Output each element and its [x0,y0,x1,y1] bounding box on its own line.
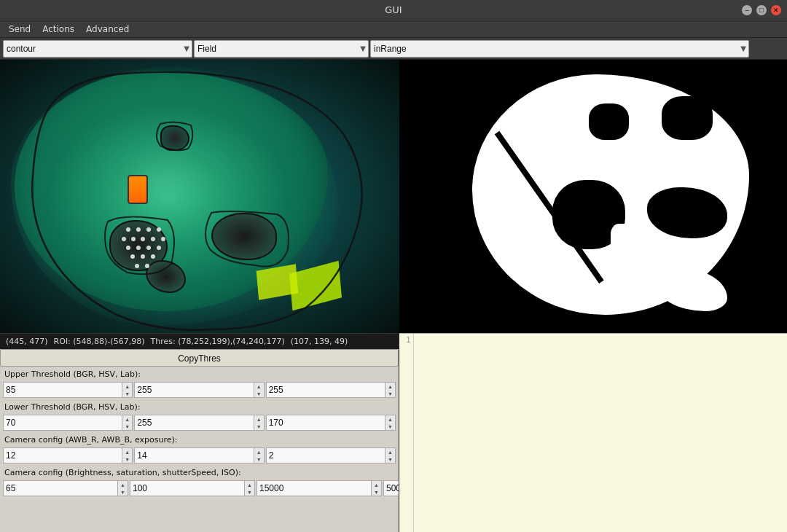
roi-info: ROI: (548,88)-(567,98) [54,337,145,346]
cam-val3-down[interactable]: ▼ [385,455,395,463]
menu-advanced[interactable]: Advanced [80,23,135,36]
binary-tail-2 [654,267,727,311]
bright-val2-up[interactable]: ▲ [245,481,254,488]
upper-val1-down[interactable]: ▼ [122,390,132,397]
image-status-bar: (445, 477) ROI: (548,88)-(567,98) Thres:… [0,333,399,349]
bright-val1-up[interactable]: ▲ [118,481,128,488]
lower-val3-up[interactable]: ▲ [385,415,395,423]
pixel-value: (107, 139, 49) [291,337,348,346]
minimize-button[interactable]: – [742,5,752,15]
bright-val2-spinbox[interactable]: ▲ ▼ [130,480,255,496]
upper-val1-up[interactable]: ▲ [122,383,132,390]
lower-val3-input[interactable] [267,415,385,430]
upper-val1-input[interactable] [4,383,122,397]
camera-image[interactable] [0,60,399,333]
upper-val1-spinbox[interactable]: ▲ ▼ [3,382,133,398]
upper-val3-arrows: ▲ ▼ [385,383,395,397]
binary-image [399,60,787,333]
bright-val3-arrows: ▲ ▼ [371,481,381,496]
lower-val1-up[interactable]: ▲ [122,415,132,423]
right-panel: 1 [399,60,787,532]
lower-val2-arrows: ▲ ▼ [254,415,264,430]
bright-val3-up[interactable]: ▲ [372,481,381,488]
lower-val1-down[interactable]: ▼ [122,423,132,430]
cam-val1-arrows: ▲ ▼ [122,448,132,463]
log-line-content [414,334,787,532]
cam-val1-down[interactable]: ▼ [122,455,132,463]
copy-thres-button[interactable]: CopyThres [0,349,399,367]
lower-val2-input[interactable] [135,415,253,430]
bright-val2-input[interactable] [130,481,244,496]
view-select-wrapper: Field Camera Debug ▼ [194,40,369,58]
cam-val1-input[interactable] [4,448,122,463]
upper-threshold-label: Upper Threshold (BGR, HSV, Lab): [0,367,399,380]
bright-val4-input[interactable] [384,481,399,496]
bright-val1-down[interactable]: ▼ [118,488,128,496]
cam-val2-arrows: ▲ ▼ [254,448,264,463]
lower-val3-down[interactable]: ▼ [385,423,395,430]
cam-val3-spinbox[interactable]: ▲ ▼ [266,447,396,463]
upper-val2-down[interactable]: ▼ [254,390,264,397]
bright-val3-spinbox[interactable]: ▲ ▼ [257,480,382,496]
menu-send[interactable]: Send [3,23,36,36]
camera-bright-row: ▲ ▼ ▲ ▼ ▲ ▼ [0,479,399,498]
cam-val1-up[interactable]: ▲ [122,448,132,455]
upper-val2-input[interactable] [135,383,253,397]
contour-overlay [0,60,399,333]
cam-val2-up[interactable]: ▲ [254,448,264,455]
lower-threshold-row: ▲ ▼ ▲ ▼ ▲ ▼ [0,413,399,432]
title-bar: GUI – □ ✕ [0,0,787,20]
lower-val1-spinbox[interactable]: ▲ ▼ [3,415,133,431]
main-content: (445, 477) ROI: (548,88)-(567,98) Thres:… [0,60,787,532]
white-dots-pattern [120,224,175,271]
lower-val2-spinbox[interactable]: ▲ ▼ [134,415,264,431]
filter-select-wrapper: inRange HSV BGR Lab ▼ [370,40,749,58]
lower-val1-arrows: ▲ ▼ [122,415,132,430]
upper-val2-arrows: ▲ ▼ [254,383,264,397]
lower-val1-input[interactable] [4,415,122,430]
upper-val2-up[interactable]: ▲ [254,383,264,390]
log-area: 1 [399,333,787,532]
pixel-coords: (445, 477) [6,337,48,346]
close-button[interactable]: ✕ [771,5,781,15]
cam-val3-input[interactable] [267,448,385,463]
upper-val1-arrows: ▲ ▼ [122,383,132,397]
window-title: GUI [385,4,402,15]
cam-val1-spinbox[interactable]: ▲ ▼ [3,447,133,463]
upper-val3-spinbox[interactable]: ▲ ▼ [266,382,396,398]
view-select[interactable]: Field Camera Debug [194,40,369,58]
binary-hole-2 [662,96,713,140]
upper-val3-input[interactable] [267,383,385,397]
upper-val2-spinbox[interactable]: ▲ ▼ [134,382,264,398]
menu-bar: Send Actions Advanced [0,20,787,38]
bright-val3-down[interactable]: ▼ [372,488,381,496]
menu-actions[interactable]: Actions [36,23,80,36]
bright-val4-spinbox[interactable]: ▲ ▼ [383,480,399,496]
lower-threshold-label: Lower Threshold (BGR, HSV, Lab): [0,399,399,413]
binary-hole-1 [589,103,629,140]
lower-val3-spinbox[interactable]: ▲ ▼ [266,415,396,431]
lower-val2-up[interactable]: ▲ [254,415,264,423]
camera-awb-label: Camera config (AWB_R, AWB_B, exposure): [0,432,399,446]
log-line-number: 1 [399,334,414,532]
pipeline-select[interactable]: contour threshold edges blur [3,40,192,58]
controls-area: CopyThres Upper Threshold (BGR, HSV, Lab… [0,349,399,532]
filter-select[interactable]: inRange HSV BGR Lab [370,40,749,58]
camera-bright-label: Camera config (Brightness, saturation, s… [0,465,399,479]
log-row-1: 1 [399,334,787,532]
upper-val3-down[interactable]: ▼ [385,390,395,397]
upper-val3-up[interactable]: ▲ [385,383,395,390]
maximize-button[interactable]: □ [756,5,767,15]
bright-val2-arrows: ▲ ▼ [244,481,254,496]
cam-val3-up[interactable]: ▲ [385,448,395,455]
cam-val2-input[interactable] [135,448,253,463]
window-controls: – □ ✕ [742,5,781,15]
cam-val2-down[interactable]: ▼ [254,455,264,463]
bright-val1-input[interactable] [4,481,117,496]
bright-val2-down[interactable]: ▼ [245,488,254,496]
bright-val1-spinbox[interactable]: ▲ ▼ [3,480,128,496]
upper-threshold-row: ▲ ▼ ▲ ▼ ▲ ▼ [0,380,399,399]
lower-val2-down[interactable]: ▼ [254,423,264,430]
bright-val3-input[interactable] [257,481,371,496]
cam-val2-spinbox[interactable]: ▲ ▼ [134,447,264,463]
